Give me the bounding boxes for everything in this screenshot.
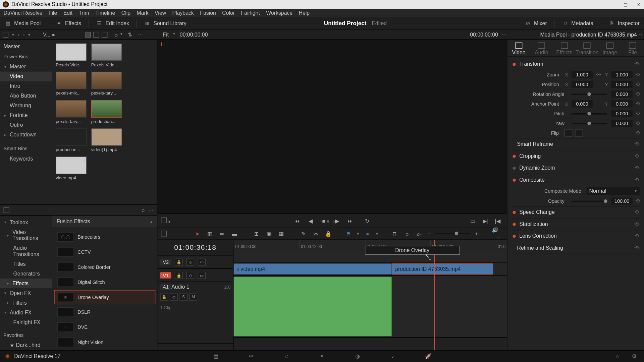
lens-correction-header[interactable]: Lens Correction⟲ [512,230,640,242]
thumb-6[interactable]: production... [56,128,87,152]
close-button[interactable]: ✕ [636,2,641,7]
match-frame-icon[interactable]: ▭ [469,217,477,225]
v1-lock-icon[interactable]: 🔒 [175,272,183,279]
media-page-button[interactable]: ▤ [211,352,220,360]
fx-colored-border[interactable]: Colored Border [54,260,155,274]
clip-audio-1[interactable] [233,277,392,337]
stabilization-header[interactable]: Stabilization⟲ [512,218,640,230]
mute-icon[interactable]: 🔊 [491,226,499,234]
fx-toolbox[interactable]: ▾Toolbox [0,218,52,227]
a1-mute-button[interactable]: M [189,294,197,301]
fx-night-vision[interactable]: Night Vision [54,335,155,349]
fx-effects[interactable]: ▸Effects [0,279,52,288]
link-icon[interactable]: ⚯ [595,72,601,78]
v2-lock-icon[interactable]: 🔒 [175,258,183,265]
overwrite-clip-icon[interactable]: ▣ [265,230,273,238]
zoom-y-input[interactable]: 1.000 [611,71,632,78]
menu-mark[interactable]: Mark [137,10,148,16]
chevron-down-icon[interactable]: ▾ [12,33,14,37]
lock-tool-icon[interactable]: 🔒 [324,230,332,238]
composite-mode-select[interactable]: Normal▾ [587,187,640,195]
snapping-icon[interactable]: ⊓ [390,230,398,238]
pen-tool-icon[interactable]: ✎ [300,230,308,238]
fx-fairlightfx[interactable]: Fairlight FX [0,317,52,327]
tree-abo-button[interactable]: Abo Button [0,91,52,101]
nav-prev-icon[interactable]: ‹ [321,218,323,224]
a1-solo-button[interactable]: S [179,294,187,301]
rotation-input[interactable]: 0.000 [611,90,632,98]
zoom-out-icon[interactable]: ⌕- [415,230,423,238]
effects-toggle[interactable]: ✦Effects [55,20,81,27]
deliver-page-button[interactable]: 🚀 [424,352,432,360]
composite-header[interactable]: Composite⟲ [512,174,640,186]
marker-icon[interactable]: ● [364,230,372,238]
thumb-2[interactable]: pexels-mik... [56,72,87,96]
blade-tool-icon[interactable]: ▬ [230,230,238,238]
a1-curve-icon[interactable]: ◇ [170,294,178,301]
insp-tab-effects[interactable]: Effects [554,42,574,56]
list-view-icon[interactable] [102,32,107,37]
media-pool-toggle[interactable]: ▤Media Pool [4,20,41,27]
timeline-canvas[interactable]: 01:00:00:00 01:00:12:00 01:00:24:00 01:0… [233,240,507,350]
nav-next-icon[interactable]: › [333,218,335,224]
rotation-slider[interactable] [572,94,607,95]
track-head-v1[interactable]: V1 🔒 ◇ ▭ [157,269,233,282]
menu-trim[interactable]: Trim [79,10,89,16]
go-start-button[interactable]: ⏮ [293,217,301,225]
thumb-4[interactable]: pexels-tary... [56,100,87,124]
link-tool-icon[interactable]: ⚯ [312,230,320,238]
grid-view-icon[interactable] [93,32,99,37]
fx-category-header[interactable]: Fusion Effects▴ [52,216,157,227]
color-page-button[interactable]: ◑ [353,352,362,360]
metadata-toggle[interactable]: ⌑Metadata [561,20,593,27]
menu-color[interactable]: Color [222,10,235,16]
step-back-button[interactable]: ◀ [307,217,315,225]
menu-davinci[interactable]: DaVinci Resolve [4,10,43,16]
fx-drone-overlay[interactable]: ◉Drone Overlay [54,290,155,304]
cut-page-button[interactable]: ✂ [247,352,256,360]
thumb-5[interactable]: production... [91,100,122,124]
speed-change-header[interactable]: Speed Change⟲ [512,206,640,218]
thumb-view-icon[interactable] [85,32,91,37]
zoom-x-input[interactable]: 1.000 [572,71,593,78]
menu-file[interactable]: File [49,10,57,16]
fx-binoculars[interactable]: ◯◯Binoculars [54,230,155,244]
fx-vtrans[interactable]: ▸Video Transitions [0,227,52,243]
project-settings-button[interactable]: ⚙ [630,352,639,360]
reset-icon[interactable]: ⟲ [634,61,639,67]
timeline-timecode[interactable]: 01:00:36:18 [157,240,233,255]
maximize-button[interactable]: ▢ [623,2,628,7]
viewer-more-icon[interactable]: ⋯ [501,32,507,38]
menu-fairlight[interactable]: Fairlight [241,10,260,16]
mixer-toggle[interactable]: ⎚Mixer [524,20,547,27]
fx-more-icon[interactable]: ⋯ [148,207,154,213]
inspector-more-icon[interactable]: ⋯ [637,32,642,38]
fx-generators[interactable]: Generators [0,269,52,279]
thumb-7[interactable]: video(1).mp4 [91,128,122,152]
fx-openfx[interactable]: ▾Open FX [0,288,52,298]
v1-label[interactable]: V1 [160,272,171,278]
go-end-button[interactable]: ⏭ [346,217,355,225]
sound-library-toggle[interactable]: ≋Sound Library [144,20,186,27]
yaw-slider[interactable] [572,123,607,124]
transform-header[interactable]: Transform⟲ [512,58,640,70]
nav-back[interactable]: ‹ [18,32,19,38]
v2-label[interactable]: V2 [160,259,171,265]
menu-clip[interactable]: Clip [121,10,130,16]
zoom-plus-button[interactable]: + [475,231,478,237]
fx-atrans[interactable]: Audio Transitions [0,243,52,259]
pitch-slider[interactable] [572,113,607,114]
sort-icon[interactable]: ⇅ [128,32,132,38]
selection-tool-icon[interactable]: ➤ [193,230,201,238]
dynamic-zoom-header[interactable]: Dynamic Zoom⟲ [512,162,640,174]
thumb-3[interactable]: pexels-tary... [91,72,122,96]
anchor-x-input[interactable]: 0.000 [572,100,593,107]
tree-master[interactable]: ▾Master [0,62,52,72]
tree-intro[interactable]: Intro [0,81,52,91]
tree-video[interactable]: Video [0,72,52,81]
track-head-a1[interactable]: A1 Audio 1 2.0 🔒 ◇ S M 1 Clip [157,282,233,344]
menu-fusion[interactable]: Fusion [200,10,216,16]
insp-tab-video[interactable]: Video [509,42,528,56]
zoom-slider[interactable] [435,233,471,234]
zoom-reset-icon[interactable]: ⟲ [635,72,640,78]
